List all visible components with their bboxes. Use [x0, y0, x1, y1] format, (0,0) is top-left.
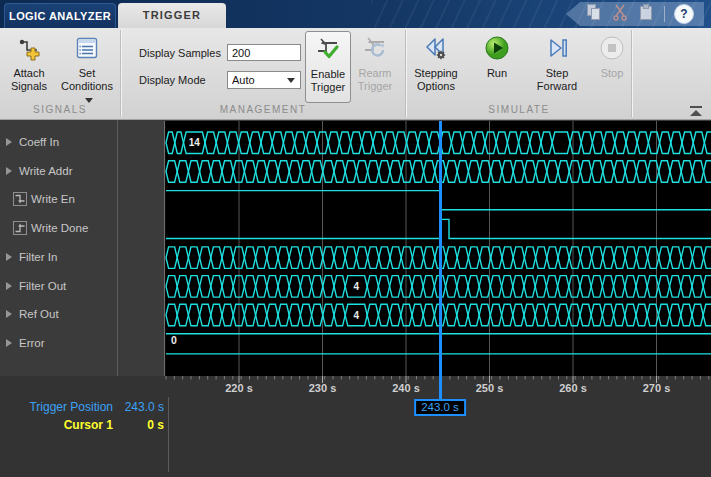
tab-trigger[interactable]: TRIGGER	[118, 3, 226, 28]
expander-icon[interactable]	[6, 282, 12, 290]
enable-trigger-button[interactable]: Enable Trigger	[305, 31, 351, 103]
rearm-trigger-button[interactable]: Rearm Trigger	[352, 31, 398, 103]
falling-edge-icon	[13, 192, 27, 206]
chevron-down-icon	[85, 98, 93, 103]
collapse-toolstrip-button[interactable]	[688, 104, 704, 117]
rising-edge-icon	[13, 221, 27, 235]
axis-tick-label: 230 s	[309, 382, 337, 394]
trigger-position-label: Trigger Position	[0, 400, 113, 414]
display-mode-value: Auto	[232, 74, 255, 86]
sidebar-item-write-done[interactable]: Write Done	[0, 220, 117, 237]
stepping-options-icon	[423, 35, 449, 64]
rearm-trigger-label: Rearm Trigger	[352, 67, 398, 93]
attach-signals-button[interactable]: Attach Signals	[4, 31, 54, 103]
quick-access-toolbar: ?	[566, 2, 704, 26]
axis-tick-label: 240 s	[392, 382, 420, 394]
help-button[interactable]: ?	[674, 4, 694, 24]
sidebar-item-coeff-in[interactable]: Coeff In	[0, 134, 117, 151]
signal-label: Write Done	[31, 222, 88, 234]
set-conditions-icon	[74, 35, 100, 64]
display-mode-dropdown[interactable]: Auto	[227, 71, 301, 89]
expander-icon[interactable]	[6, 310, 12, 318]
axis-tick-label: 270 s	[643, 382, 671, 394]
sidebar-item-filter-out[interactable]: Filter Out	[0, 277, 117, 294]
stop-icon	[599, 35, 625, 64]
signal-label: Filter Out	[19, 280, 66, 292]
simulate-section-label: SIMULATE	[406, 104, 632, 118]
stop-button[interactable]: Stop	[594, 31, 630, 103]
signal-label: Write Addr	[19, 165, 72, 177]
stepping-options-button[interactable]: Stepping Options	[408, 31, 464, 103]
enable-trigger-icon	[315, 36, 341, 65]
sidebar-item-write-addr[interactable]: Write Addr	[0, 162, 117, 179]
waveform-canvas: 14440	[164, 121, 711, 376]
enable-trigger-label: Enable Trigger	[306, 68, 350, 94]
step-forward-icon	[544, 35, 570, 64]
signal-label: Error	[19, 337, 45, 349]
step-forward-button[interactable]: Step Forward	[528, 31, 586, 103]
copy-icon[interactable]	[585, 3, 603, 25]
rearm-trigger-icon	[362, 35, 388, 64]
svg-text:14: 14	[189, 137, 201, 148]
sidebar-item-error[interactable]: Error	[0, 335, 117, 352]
run-label: Run	[487, 67, 507, 80]
time-axis: 220 s230 s240 s250 s260 s270 s Trigger P…	[0, 376, 711, 477]
run-button[interactable]: Run	[477, 31, 517, 103]
trigger-cursor-line[interactable]	[439, 121, 442, 400]
run-icon	[484, 35, 510, 64]
cursor1-value: 0 s	[121, 418, 164, 432]
sidebar-item-write-en[interactable]: Write En	[0, 191, 117, 208]
expander-icon[interactable]	[6, 339, 12, 347]
sidebar-item-ref-out[interactable]: Ref Out	[0, 306, 117, 323]
attach-signals-icon	[16, 35, 42, 64]
axis-tick-label: 220 s	[225, 382, 253, 394]
sidebar-item-filter-in[interactable]: Filter In	[0, 248, 117, 265]
expander-icon[interactable]	[6, 167, 12, 175]
signal-label: Write En	[31, 193, 75, 205]
chevron-down-icon	[287, 78, 295, 83]
svg-text:4: 4	[353, 310, 359, 321]
stop-label: Stop	[601, 67, 624, 80]
display-samples-input[interactable]	[227, 44, 301, 61]
logic-analyzer-window: LOGIC ANALYZER TRIGGER ? Attach Signals	[0, 0, 711, 477]
svg-text:0: 0	[171, 334, 177, 346]
toolstrip: Attach Signals Set Conditions SIGNALS Di…	[0, 28, 711, 119]
waveform-plot[interactable]: 14440	[164, 121, 711, 376]
svg-text:4: 4	[353, 281, 359, 292]
cursor1-label: Cursor 1	[0, 418, 113, 432]
attach-signals-label: Attach Signals	[4, 67, 54, 93]
expander-icon[interactable]	[6, 253, 12, 261]
title-bar: LOGIC ANALYZER TRIGGER ?	[0, 0, 711, 28]
set-conditions-button[interactable]: Set Conditions	[56, 31, 118, 103]
toolbar-separator	[664, 6, 665, 22]
status-divider	[168, 397, 169, 472]
set-conditions-label: Set Conditions	[56, 67, 118, 106]
cut-icon[interactable]	[612, 3, 628, 25]
signal-label: Ref Out	[19, 308, 59, 320]
paste-icon[interactable]	[637, 3, 655, 25]
trigger-position-value: 243.0 s	[121, 400, 164, 414]
display-samples-label: Display Samples	[139, 47, 221, 59]
signal-label: Coeff In	[19, 136, 59, 148]
signals-section-label: SIGNALS	[0, 104, 120, 118]
trigger-position-flag[interactable]: 243.0 s	[414, 399, 466, 416]
stepping-options-label: Stepping Options	[408, 67, 464, 93]
signal-label: Filter In	[19, 251, 57, 263]
tab-logic-analyzer[interactable]: LOGIC ANALYZER	[4, 3, 116, 28]
step-forward-label: Step Forward	[528, 67, 586, 93]
waveform-area: Coeff InWrite AddrWrite EnWrite DoneFilt…	[0, 119, 711, 477]
display-mode-label: Display Mode	[139, 74, 206, 86]
expander-icon[interactable]	[6, 138, 12, 146]
axis-tick-label: 250 s	[476, 382, 504, 394]
management-section-label: MANAGEMENT	[121, 104, 405, 118]
axis-tick-label: 260 s	[559, 382, 587, 394]
